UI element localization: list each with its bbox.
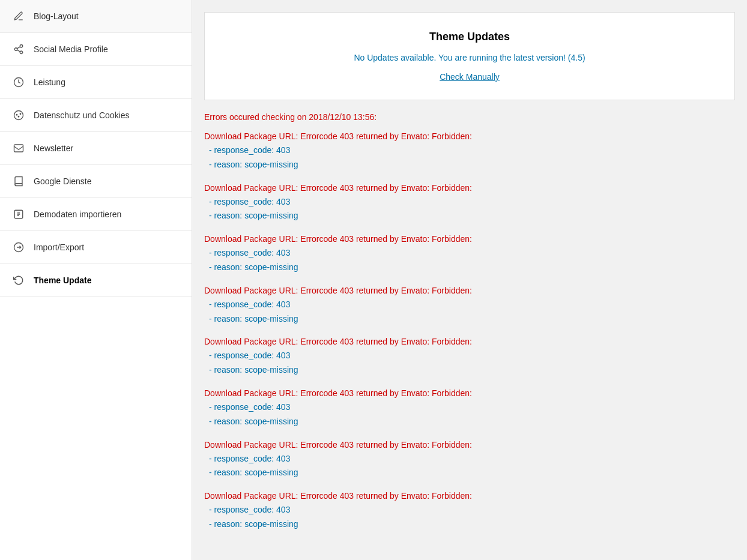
sidebar-item-import-export[interactable]: Import/Export: [0, 231, 192, 264]
error-response-code: - response_code: 403: [209, 503, 735, 517]
sidebar-item-label: Newsletter: [34, 143, 73, 153]
error-reason: - reason: scope-missing: [209, 158, 735, 172]
error-reason: - reason: scope-missing: [209, 209, 735, 223]
share-icon: [12, 43, 25, 56]
sidebar-item-theme-update[interactable]: Theme Update: [0, 264, 192, 297]
cookie-icon: [12, 109, 25, 122]
error-response-code: - response_code: 403: [209, 246, 735, 260]
sidebar-item-social-media[interactable]: Social Media Profile: [0, 33, 192, 66]
svg-point-0: [20, 45, 23, 48]
error-block: Download Package URL: Errorcode 403 retu…: [204, 131, 735, 172]
error-response-code: - response_code: 403: [209, 143, 735, 158]
error-line-main: Download Package URL: Errorcode 403 retu…: [204, 491, 735, 501]
error-blocks-container: Download Package URL: Errorcode 403 retu…: [204, 131, 735, 532]
error-reason: - reason: scope-missing: [209, 363, 735, 378]
svg-point-5: [14, 111, 23, 120]
transfer-icon: [12, 241, 25, 254]
svg-point-1: [14, 48, 17, 51]
edit-icon: [12, 10, 25, 23]
svg-line-4: [17, 47, 20, 49]
svg-line-3: [17, 50, 20, 52]
error-block: Download Package URL: Errorcode 403 retu…: [204, 491, 735, 532]
error-response-code: - response_code: 403: [209, 298, 735, 312]
sidebar: Blog-Layout Social Media Profile Leistun…: [0, 0, 192, 560]
error-response-code: - response_code: 403: [209, 195, 735, 209]
error-reason: - reason: scope-missing: [209, 312, 735, 327]
error-block: Download Package URL: Errorcode 403 retu…: [204, 234, 735, 275]
speed-icon: [12, 76, 25, 89]
error-block: Download Package URL: Errorcode 403 retu…: [204, 337, 735, 378]
sidebar-item-blog-layout[interactable]: Blog-Layout: [0, 0, 192, 33]
errors-header: Errors occured checking on 2018/12/10 13…: [204, 112, 735, 122]
sidebar-item-google-dienste[interactable]: Google Dienste: [0, 165, 192, 198]
error-response-code: - response_code: 403: [209, 400, 735, 415]
sidebar-item-newsletter[interactable]: Newsletter: [0, 132, 192, 165]
refresh-icon: [12, 274, 25, 287]
sidebar-item-label: Google Dienste: [34, 176, 92, 186]
theme-updates-title: Theme Updates: [223, 31, 716, 43]
error-reason: - reason: scope-missing: [209, 260, 735, 275]
error-reason: - reason: scope-missing: [209, 466, 735, 480]
error-line-main: Download Package URL: Errorcode 403 retu…: [204, 286, 735, 295]
check-manually-link[interactable]: Check Manually: [440, 72, 500, 82]
error-reason: - reason: scope-missing: [209, 517, 735, 532]
sidebar-item-label: Leistung: [34, 77, 65, 87]
sidebar-item-label: Blog-Layout: [34, 11, 79, 21]
error-line-main: Download Package URL: Errorcode 403 retu…: [204, 183, 735, 193]
error-line-main: Download Package URL: Errorcode 403 retu…: [204, 234, 735, 244]
main-content: Theme Updates No Updates available. You …: [192, 0, 747, 560]
error-response-code: - response_code: 403: [209, 349, 735, 363]
sidebar-item-datenschutz[interactable]: Datenschutz und Cookies: [0, 99, 192, 132]
svg-point-2: [20, 51, 23, 54]
error-line-main: Download Package URL: Errorcode 403 retu…: [204, 440, 735, 450]
error-reason: - reason: scope-missing: [209, 415, 735, 429]
errors-section: Errors occured checking on 2018/12/10 13…: [204, 112, 735, 532]
error-block: Download Package URL: Errorcode 403 retu…: [204, 440, 735, 481]
sidebar-item-label: Import/Export: [34, 242, 84, 252]
theme-updates-box: Theme Updates No Updates available. You …: [204, 12, 735, 100]
newsletter-icon: [12, 142, 25, 155]
theme-updates-status: No Updates available. You are running th…: [223, 53, 716, 62]
error-block: Download Package URL: Errorcode 403 retu…: [204, 388, 735, 429]
sidebar-item-label: Datenschutz und Cookies: [34, 110, 130, 120]
import-icon: [12, 208, 25, 221]
sidebar-item-label: Social Media Profile: [34, 44, 108, 54]
svg-rect-6: [14, 145, 23, 152]
sidebar-item-demodaten[interactable]: Demodaten importieren: [0, 198, 192, 231]
error-line-main: Download Package URL: Errorcode 403 retu…: [204, 337, 735, 346]
error-response-code: - response_code: 403: [209, 452, 735, 466]
error-block: Download Package URL: Errorcode 403 retu…: [204, 183, 735, 224]
sidebar-item-leistung[interactable]: Leistung: [0, 66, 192, 99]
sidebar-item-label: Theme Update: [34, 275, 91, 285]
book-icon: [12, 175, 25, 188]
error-line-main: Download Package URL: Errorcode 403 retu…: [204, 131, 735, 141]
sidebar-item-label: Demodaten importieren: [34, 209, 121, 219]
error-block: Download Package URL: Errorcode 403 retu…: [204, 286, 735, 327]
error-line-main: Download Package URL: Errorcode 403 retu…: [204, 388, 735, 398]
